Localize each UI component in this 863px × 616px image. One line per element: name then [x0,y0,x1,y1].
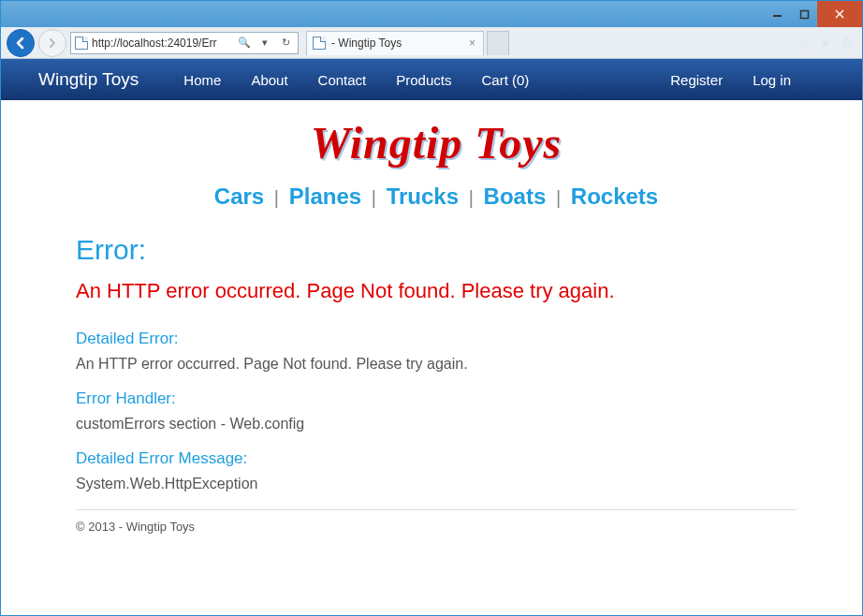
site-navbar: Wingtip Toys Home About Contact Products… [1,59,862,100]
category-nav: Cars | Planes | Trucks | Boats | Rockets [76,183,797,210]
brand-link[interactable]: Wingtip Toys [38,69,139,90]
nav-about[interactable]: About [251,72,287,88]
browser-window: 🔍 ▾ ↻ - Wingtip Toys × ⌂ ★ ⚙ Wingtip Toy… [0,0,863,616]
cat-cars[interactable]: Cars [214,183,264,209]
browser-tab[interactable]: - Wingtip Toys × [306,31,484,55]
error-handler-label: Error Handler: [76,389,797,408]
error-handler-text: customErrors section - Web.config [76,416,797,433]
cat-trucks[interactable]: Trucks [387,183,459,209]
detailed-error-text: An HTTP error occurred. Page Not found. … [76,356,797,373]
dropdown-icon[interactable]: ▾ [256,35,273,51]
separator: | [556,187,561,208]
nav-home[interactable]: Home [183,72,221,88]
url-input[interactable] [92,37,232,50]
cat-planes[interactable]: Planes [289,183,361,209]
site-logo: Wingtip Toys [76,117,797,169]
nav-products[interactable]: Products [396,72,451,88]
back-button[interactable] [7,29,35,57]
error-message: An HTTP error occurred. Page Not found. … [76,279,797,303]
toolbar-right-icons: ⌂ ★ ⚙ [801,35,856,51]
tab-close-button[interactable]: × [467,37,477,50]
close-button[interactable] [817,1,862,27]
page-icon [75,37,88,50]
page-content: Wingtip Toys Cars | Planes | Trucks | Bo… [1,100,862,552]
window-titlebar [1,1,862,27]
detailed-error-label: Detailed Error: [76,330,797,348]
footer-text: © 2013 - Wingtip Toys [76,520,797,552]
error-title: Error: [76,234,797,266]
separator: | [274,187,279,208]
settings-gear-icon[interactable]: ⚙ [841,35,853,51]
detailed-message-label: Detailed Error Message: [76,449,797,468]
footer-divider [76,509,797,510]
nav-login[interactable]: Log in [753,72,791,88]
cat-boats[interactable]: Boats [484,183,547,209]
forward-button[interactable] [38,29,66,57]
refresh-icon[interactable]: ↻ [277,35,294,51]
tab-title: - Wingtip Toys [331,37,402,50]
search-icon[interactable]: 🔍 [236,35,253,51]
address-bar[interactable]: 🔍 ▾ ↻ [70,32,299,54]
maximize-button[interactable] [791,1,817,27]
browser-toolbar: 🔍 ▾ ↻ - Wingtip Toys × ⌂ ★ ⚙ [1,27,862,59]
minimize-button[interactable] [763,1,791,27]
page-viewport: Wingtip Toys Home About Contact Products… [1,59,862,615]
svg-rect-1 [800,10,808,18]
nav-cart[interactable]: Cart (0) [481,72,529,88]
separator: | [469,187,474,208]
logo-text: Wingtip Toys [311,118,563,168]
cat-rockets[interactable]: Rockets [571,183,658,209]
detailed-message-text: System.Web.HttpException [76,476,797,492]
home-icon[interactable]: ⌂ [801,35,810,51]
nav-contact[interactable]: Contact [318,72,367,88]
separator: | [372,187,376,208]
nav-register[interactable]: Register [670,72,723,88]
page-icon [313,37,326,50]
new-tab-button[interactable] [487,31,509,55]
favorites-icon[interactable]: ★ [819,35,831,51]
